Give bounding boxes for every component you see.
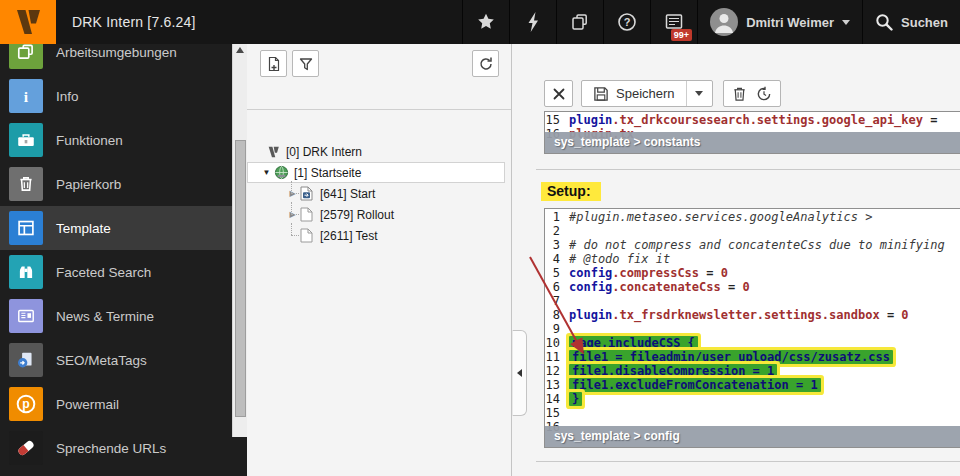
topbar-actions: ? 99+ Dmitri Weimer: [462, 0, 960, 44]
tree-node-label: [1] Startseite: [294, 166, 361, 180]
tree-node-label: [2611] Test: [320, 229, 378, 243]
line-number: 4: [545, 252, 569, 266]
save-options-button[interactable]: [686, 81, 712, 106]
documents-icon: [570, 12, 590, 32]
code-token: =: [880, 308, 902, 322]
sidebar-item-funktionen[interactable]: Funktionen: [0, 118, 232, 162]
sidebar-item-info[interactable]: iInfo: [0, 74, 232, 118]
code-token: 0: [742, 280, 749, 294]
line-number: 7: [545, 294, 569, 308]
typo3-backend: DRK Intern [7.6.24] ?: [0, 0, 960, 476]
new-page-button[interactable]: [260, 50, 287, 77]
code-token: =: [699, 266, 721, 280]
sidebar-item-label: Info: [56, 89, 79, 104]
highlighted-code: file1.excludeFromConcatenation = 1: [569, 378, 821, 392]
tree-node-1-startseite[interactable]: ▼[1] Startseite: [247, 162, 505, 183]
sidebar-item-papierkorb[interactable]: Papierkorb: [0, 162, 232, 206]
seo-doc-icon: [9, 343, 43, 377]
line-number: 3: [545, 238, 569, 252]
shortcut-icon: [300, 186, 317, 201]
bookmarks-button[interactable]: [462, 0, 509, 44]
user-name: Dmitri Weimer: [746, 15, 834, 30]
divider: [536, 169, 960, 170]
line-number: 12: [545, 364, 569, 378]
tree-node-0-drk-intern[interactable]: [0] DRK Intern: [247, 141, 505, 162]
code-line-12: 12file1.disableCompression = 1: [545, 364, 960, 378]
collapse-toggle-icon[interactable]: ▼: [259, 168, 274, 177]
page-tree: [0] DRK Intern▼[1] Startseite▶[641] Star…: [247, 141, 511, 246]
pagetree-collapse-handle[interactable]: [512, 330, 527, 416]
functions-icon: [9, 123, 43, 157]
history-button[interactable]: [752, 81, 777, 106]
workspace-button[interactable]: [556, 0, 603, 44]
config-editor[interactable]: 1#plugin.metaseo.services.googleAnalytic…: [544, 208, 960, 448]
code-token: # @todo fix it: [569, 252, 670, 266]
notifications-button[interactable]: 99+: [650, 0, 697, 44]
tree-node-label: [2579] Rollout: [320, 208, 394, 222]
new-page-icon: [266, 56, 282, 72]
expand-toggle-icon[interactable]: ▶: [285, 210, 300, 219]
trash-icon: [732, 86, 747, 102]
line-number: 2: [545, 224, 569, 238]
page-icon: [300, 207, 317, 222]
filter-button[interactable]: [292, 50, 319, 77]
line-number: 15: [545, 406, 569, 420]
setup-heading: Setup:: [541, 182, 601, 201]
question-icon: ?: [617, 12, 637, 32]
sidebar-item-faceted-search[interactable]: Faceted Search: [0, 250, 232, 294]
refresh-button[interactable]: [472, 50, 499, 77]
code-line-10: 10page.includeCSS {: [545, 336, 960, 350]
code-token: 0: [721, 266, 728, 280]
star-icon: [476, 12, 496, 32]
delete-button[interactable]: [727, 81, 752, 106]
topbar: DRK Intern [7.6.24] ?: [0, 0, 960, 44]
history-icon: [756, 86, 772, 102]
scroll-up-arrow-icon[interactable]: [236, 47, 244, 53]
scrollbar-track[interactable]: [232, 44, 247, 437]
svg-text:?: ?: [624, 16, 631, 28]
sidebar-item-template[interactable]: Template: [0, 206, 232, 250]
typo3-logo-icon[interactable]: [0, 0, 56, 44]
line-number: 14: [545, 392, 569, 406]
tree-node-2579-rollout[interactable]: ▶[2579] Rollout: [247, 204, 505, 225]
content-frame: Speichern: [512, 44, 960, 476]
code-line-7: 7: [545, 294, 960, 308]
tree-node-2611-test[interactable]: [2611] Test: [247, 225, 505, 246]
sidebar-item-sprechende-urls[interactable]: Sprechende URLs: [0, 426, 232, 470]
constants-editor[interactable]: 15plugin.tx_drkcoursesearch.settings.goo…: [544, 111, 960, 154]
tree-node-label: [641] Start: [320, 187, 375, 201]
code-line-5: 5config.compressCss = 0: [545, 266, 960, 280]
avatar: [710, 8, 738, 36]
code-line-2: 2: [545, 224, 960, 238]
help-button[interactable]: ?: [603, 0, 650, 44]
page-tree-toolbar: [247, 44, 511, 110]
code-line-3: 3# do not compress and concatenteCss due…: [545, 238, 960, 252]
code-token: plugin: [569, 113, 612, 127]
tree-node-641-start[interactable]: ▶[641] Start: [247, 183, 505, 204]
save-button[interactable]: Speichern: [582, 81, 686, 106]
code-token: config: [569, 280, 612, 294]
scrollbar-thumb[interactable]: [235, 140, 246, 417]
user-menu[interactable]: Dmitri Weimer: [697, 0, 862, 44]
line-number: 11: [545, 350, 569, 364]
line-number: 10: [545, 336, 569, 350]
search-button[interactable]: Suchen: [862, 0, 960, 44]
sidebar-item-news-termine[interactable]: News & Termine: [0, 294, 232, 338]
module-menu-scrollbar[interactable]: [232, 44, 247, 476]
expand-toggle-icon[interactable]: ▶: [285, 189, 300, 198]
divider: [536, 461, 960, 462]
clear-cache-button[interactable]: [509, 0, 556, 44]
line-number: 13: [545, 378, 569, 392]
sidebar-item-powermail[interactable]: pPowermail: [0, 382, 232, 426]
line-number: 1: [545, 210, 569, 224]
code-token: .tx_frsdrknewsletter.settings.sandbox: [612, 308, 879, 322]
code-token: =: [721, 280, 743, 294]
svg-text:p: p: [22, 397, 29, 411]
notification-badge: 99+: [671, 29, 692, 41]
code-token: 0: [901, 308, 908, 322]
sidebar-item-seo-metatags[interactable]: SEO/MetaTags: [0, 338, 232, 382]
close-button[interactable]: [544, 80, 573, 107]
code-line-8: 8plugin.tx_frsdrknewsletter.settings.san…: [545, 308, 960, 322]
chevron-down-icon: [842, 20, 850, 25]
typo3-icon: [266, 145, 283, 159]
